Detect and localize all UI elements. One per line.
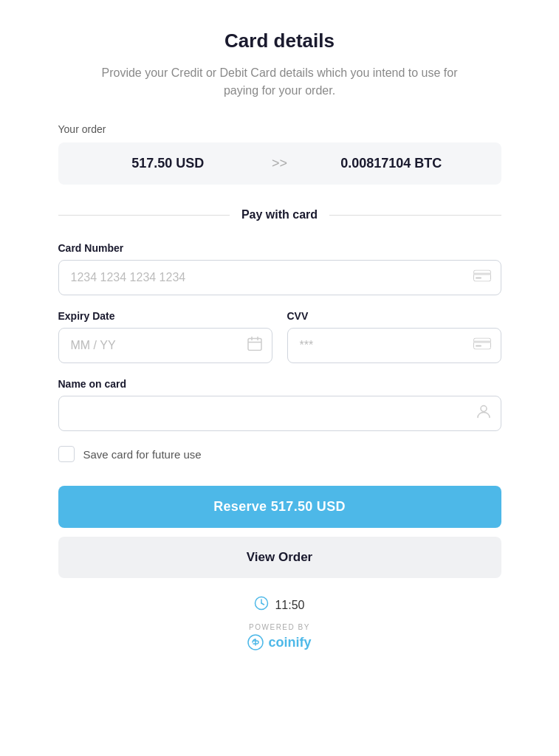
name-input[interactable] (58, 396, 501, 431)
card-icon (473, 270, 491, 286)
order-amount-btc: 0.00817104 BTC (299, 156, 483, 171)
powered-by-section: POWERED BY coinify (247, 623, 311, 650)
order-section: Your order 517.50 USD >> 0.00817104 BTC (58, 123, 501, 185)
card-number-input[interactable] (58, 260, 501, 295)
svg-line-13 (261, 603, 264, 605)
card-form: Card Number Expiry Date (58, 242, 501, 486)
save-card-label: Save card for future use (83, 448, 202, 461)
cvv-input[interactable] (287, 328, 501, 363)
cvv-group: CVV (287, 310, 501, 363)
save-card-checkbox[interactable] (58, 446, 75, 462)
time-row: 11:50 (254, 596, 304, 614)
expiry-group: Expiry Date (58, 310, 272, 363)
coinify-logo: coinify (247, 634, 311, 650)
svg-rect-9 (476, 346, 481, 347)
view-order-button[interactable]: View Order (58, 537, 501, 578)
svg-rect-8 (473, 341, 491, 343)
name-label: Name on card (58, 378, 501, 390)
svg-rect-2 (476, 278, 481, 279)
reserve-button[interactable]: Reserve 517.50 USD (58, 486, 501, 528)
cvv-card-icon (473, 338, 491, 354)
card-number-label: Card Number (58, 242, 501, 254)
calendar-icon (247, 337, 262, 355)
cvv-label: CVV (287, 310, 501, 322)
card-number-wrapper (58, 260, 501, 295)
svg-rect-1 (473, 273, 491, 275)
pay-with-card-divider: Pay with card (58, 208, 501, 221)
coinify-text: coinify (268, 635, 311, 650)
order-box: 517.50 USD >> 0.00817104 BTC (58, 142, 501, 185)
name-wrapper (58, 396, 501, 431)
page-subtitle: Provide your Credit or Debit Card detail… (95, 64, 464, 100)
cvv-wrapper (287, 328, 501, 363)
divider-line-left (58, 215, 230, 216)
card-number-group: Card Number (58, 242, 501, 295)
order-arrow: >> (260, 156, 299, 171)
person-icon (476, 405, 491, 423)
page-title: Card details (224, 30, 335, 52)
coinify-icon (247, 634, 264, 650)
save-card-row: Save card for future use (58, 446, 501, 462)
order-amount-usd: 517.50 USD (76, 156, 260, 171)
expiry-label: Expiry Date (58, 310, 272, 322)
divider-line-right (329, 215, 501, 216)
pay-with-card-label: Pay with card (230, 208, 329, 221)
svg-rect-7 (473, 338, 490, 349)
expiry-input[interactable] (58, 328, 272, 363)
order-label: Your order (58, 123, 501, 135)
svg-rect-3 (248, 339, 261, 351)
svg-point-10 (481, 406, 487, 412)
time-display: 11:50 (275, 599, 304, 612)
name-group: Name on card (58, 378, 501, 431)
expiry-cvv-row: Expiry Date CVV (58, 310, 501, 363)
expiry-wrapper (58, 328, 272, 363)
svg-rect-0 (473, 270, 490, 281)
powered-by-label: POWERED BY (249, 623, 310, 631)
clock-icon (254, 596, 269, 614)
